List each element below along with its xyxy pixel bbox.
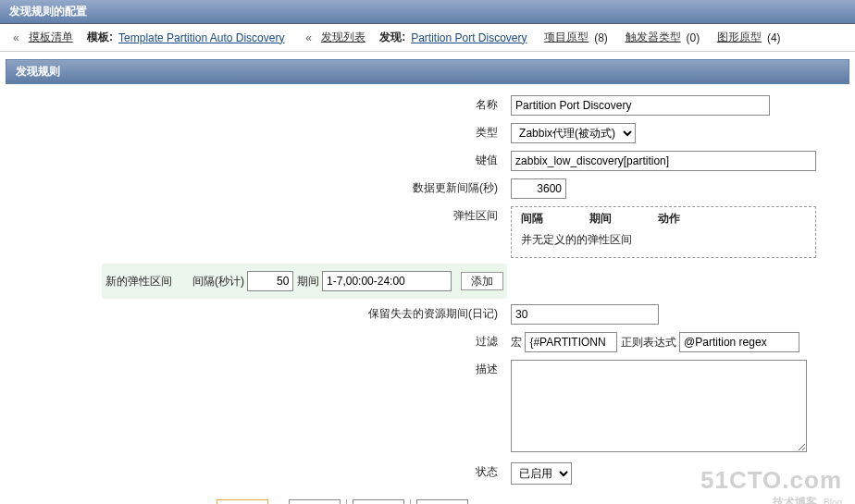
trigger-prototype-link[interactable]: 触发器类型	[626, 30, 681, 45]
section-header: 发现规则	[6, 59, 849, 84]
add-flex-button[interactable]: 添加	[461, 272, 503, 290]
template-list-link[interactable]: 摸板清单	[29, 30, 73, 45]
section-title: 发现规则	[16, 65, 60, 78]
laquo-icon: «	[13, 31, 19, 44]
filter-label: 过滤	[476, 335, 498, 348]
item-prototype-link[interactable]: 项目原型	[544, 30, 589, 45]
page-header: 发现规则的配置	[0, 0, 855, 24]
name-input[interactable]	[511, 95, 770, 116]
breadcrumb-nav: « 摸板清单 模板: Template Partition Auto Disco…	[0, 24, 855, 52]
flex-intervals-box: 间隔 期间 动作 并无定义的的弹性区间	[511, 206, 816, 258]
trigger-prototype-count: (0)	[687, 31, 700, 44]
discovery-name-link[interactable]: Partition Port Discovery	[411, 31, 527, 44]
discovery-label: 发现:	[379, 30, 405, 45]
description-label: 描述	[476, 363, 498, 375]
flex-hdr-period: 期间	[589, 211, 612, 227]
flex-hdr-action: 动作	[658, 211, 680, 227]
update-interval-label: 数据更新间隔(秒)	[413, 181, 498, 194]
new-flex-interval-label: 间隔(秒计)	[192, 275, 244, 288]
page-title: 发现规则的配置	[9, 5, 87, 18]
new-flex-label: 新的弹性区间	[105, 275, 172, 288]
discovery-list-link[interactable]: 发现列表	[321, 30, 366, 45]
flex-hdr-interval: 间隔	[521, 211, 543, 227]
divider	[410, 499, 411, 504]
laquo-icon: «	[305, 31, 312, 44]
update-interval-input[interactable]	[511, 178, 566, 199]
flex-empty-text: 并无定义的的弹性区间	[521, 232, 806, 248]
regex-input[interactable]	[679, 332, 799, 352]
macro-label: 宏	[511, 336, 522, 349]
macro-input[interactable]	[525, 332, 617, 352]
name-label: 名称	[476, 98, 498, 111]
graph-prototype-count: (4)	[767, 31, 781, 44]
item-prototype-count: (8)	[594, 31, 608, 44]
new-flex-interval-input[interactable]	[247, 271, 293, 291]
save-button[interactable]: 存档	[217, 499, 268, 504]
type-label: 类型	[476, 126, 498, 139]
button-row: 存档 克隆 删除 取消	[217, 499, 846, 504]
graph-prototype-link[interactable]: 图形原型	[717, 30, 762, 45]
keep-lost-label: 保留失去的资源期间(日记)	[368, 307, 498, 320]
keep-lost-input[interactable]	[511, 304, 659, 325]
new-flex-period-input[interactable]	[322, 271, 452, 291]
flex-label: 弹性区间	[453, 209, 498, 222]
key-input[interactable]	[511, 151, 816, 171]
divider	[346, 499, 347, 504]
template-label: 模板:	[87, 30, 113, 45]
regex-label: 正则表达式	[621, 336, 676, 349]
type-select[interactable]: Zabbix代理(被动式)	[511, 123, 636, 143]
cancel-button[interactable]: 取消	[416, 499, 468, 504]
status-select[interactable]: 已启用	[511, 462, 572, 485]
new-flex-period-label: 期间	[297, 275, 319, 288]
clone-button[interactable]: 克隆	[289, 499, 341, 504]
description-textarea[interactable]	[511, 360, 807, 452]
template-name-link[interactable]: Template Partition Auto Discovery	[118, 31, 284, 44]
status-label: 状态	[476, 465, 498, 478]
key-label: 键值	[476, 154, 498, 166]
delete-button[interactable]: 删除	[353, 499, 404, 504]
